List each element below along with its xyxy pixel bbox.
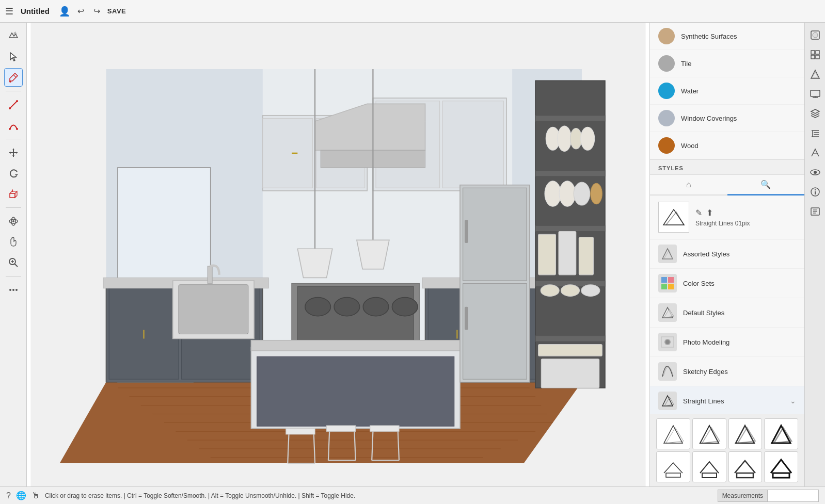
svg-rect-36: [263, 118, 313, 188]
canvas-area[interactable]: [27, 23, 649, 486]
sketchy-label: Sketchy Edges: [683, 368, 796, 376]
more-tools-button[interactable]: [4, 281, 23, 299]
svg-rect-97: [535, 336, 605, 342]
pan-tool-button[interactable]: [4, 233, 23, 251]
undo-button[interactable]: ↩: [75, 4, 86, 18]
synthetic-label: Synthetic Surfaces: [681, 32, 737, 40]
svg-rect-149: [811, 90, 820, 96]
svg-rect-112: [538, 345, 602, 356]
move-tool-button[interactable]: [4, 143, 23, 162]
style-item-assorted[interactable]: Assorted Styles: [650, 239, 804, 269]
style-grid-item-7[interactable]: [728, 451, 763, 482]
svg-rect-91: [465, 307, 468, 330]
water-dot: [658, 83, 675, 99]
svg-rect-108: [579, 237, 593, 275]
user-icon[interactable]: 👤: [59, 6, 70, 17]
orbit-tool-button[interactable]: [4, 212, 23, 231]
arc-tool-button[interactable]: [4, 116, 23, 135]
default-thumb: [658, 303, 677, 322]
svg-point-102: [545, 181, 561, 206]
svg-rect-71: [286, 429, 315, 434]
bottom-bar: ? 🌐 🖱 Click or drag to erase items. | Ct…: [0, 486, 825, 504]
redo-button[interactable]: ↪: [91, 4, 102, 18]
select-tool-button[interactable]: [4, 47, 23, 66]
topbar: ☰ Untitled 👤 ↩ ↪ SAVE: [0, 0, 825, 23]
style-item-straight[interactable]: Straight Lines ⌄: [650, 386, 804, 414]
svg-rect-42: [442, 101, 503, 188]
svg-rect-120: [661, 284, 667, 289]
scenes-panel-icon[interactable]: [807, 86, 823, 102]
right-panel: Synthetic Surfaces Tile Water Window Cov…: [649, 23, 804, 486]
toolbar-separator-3: [6, 207, 21, 208]
sketchy-thumb: [658, 362, 677, 381]
hamburger-menu[interactable]: ☰: [5, 6, 13, 17]
svg-rect-60: [179, 285, 248, 334]
style-item-default[interactable]: Default Styles: [650, 298, 804, 328]
svg-marker-84: [297, 249, 332, 278]
material-item-window[interactable]: Window Coverings: [650, 105, 804, 132]
view-panel-icon[interactable]: [807, 164, 823, 181]
entity-info-icon[interactable]: [807, 144, 823, 161]
svg-point-17: [12, 289, 14, 291]
style-grid-item-8[interactable]: [764, 451, 798, 482]
colorsets-label: Color Sets: [683, 280, 796, 287]
styles-section: STYLES ⌂ 🔍 ✎ ⬆ Straight: [650, 159, 804, 486]
globe-icon[interactable]: 🌐: [16, 491, 26, 500]
svg-rect-70: [251, 340, 460, 351]
layers-panel-icon[interactable]: [807, 105, 823, 122]
svg-point-3: [9, 107, 11, 109]
push-pull-tool-button[interactable]: [4, 185, 23, 203]
svg-point-142: [813, 32, 818, 38]
styles-panel-icon[interactable]: [807, 66, 823, 83]
paint-tool-button[interactable]: [4, 68, 23, 87]
materials-panel-icon[interactable]: [807, 27, 823, 43]
svg-rect-90: [465, 220, 468, 243]
svg-point-109: [541, 285, 559, 296]
style-grid-item-6[interactable]: [692, 451, 726, 482]
plane-tool-button[interactable]: [4, 27, 23, 45]
line-tool-button[interactable]: [4, 95, 23, 114]
status-text: Click or drag to erase items. | Ctrl = T…: [45, 492, 712, 499]
svg-rect-138: [702, 473, 717, 478]
info-panel-icon[interactable]: [807, 184, 823, 200]
assorted-label: Assorted Styles: [683, 250, 796, 258]
outliner-panel-icon[interactable]: [807, 125, 823, 141]
style-item-sketchy[interactable]: Sketchy Edges: [650, 357, 804, 386]
style-grid-item-1[interactable]: [656, 418, 690, 449]
svg-rect-88: [463, 188, 527, 281]
style-grid-item-3[interactable]: [728, 418, 763, 449]
components-panel-icon[interactable]: [807, 46, 823, 63]
wood-dot: [658, 137, 675, 154]
rotate-tool-button[interactable]: [4, 164, 23, 183]
svg-marker-114: [663, 209, 684, 225]
toolbar-separator-1: [6, 91, 21, 91]
style-preview-box: [658, 202, 689, 233]
zoom-tool-button[interactable]: [4, 253, 23, 272]
home-tab[interactable]: ⌂: [650, 175, 727, 196]
save-button[interactable]: SAVE: [107, 7, 126, 15]
style-grid-item-5[interactable]: [656, 451, 690, 482]
instructor-icon[interactable]: [807, 203, 823, 220]
upload-style-button[interactable]: ⬆: [706, 208, 713, 218]
style-item-colorsets[interactable]: Color Sets: [650, 269, 804, 298]
style-grid-item-2[interactable]: [692, 418, 726, 449]
svg-rect-118: [661, 277, 667, 283]
help-icon[interactable]: ?: [6, 491, 11, 500]
style-item-photo[interactable]: Photo Modeling: [650, 328, 804, 357]
svg-rect-94: [535, 171, 605, 176]
svg-rect-89: [463, 284, 527, 379]
style-sub-grid: [650, 414, 804, 486]
measurements-box: Measurements: [718, 490, 819, 502]
svg-line-2: [10, 101, 17, 108]
edit-style-button[interactable]: ✎: [695, 208, 702, 218]
style-grid-item-4[interactable]: [764, 418, 798, 449]
measurements-value[interactable]: [767, 490, 819, 502]
material-item-synthetic[interactable]: Synthetic Surfaces: [650, 23, 804, 50]
material-item-water[interactable]: Water: [650, 77, 804, 105]
svg-point-101: [581, 127, 595, 150]
search-tab[interactable]: 🔍: [727, 175, 805, 196]
svg-marker-115: [666, 212, 684, 225]
material-item-tile[interactable]: Tile: [650, 50, 804, 77]
material-item-wood[interactable]: Wood: [650, 132, 804, 159]
toolbar-separator-2: [6, 139, 21, 139]
